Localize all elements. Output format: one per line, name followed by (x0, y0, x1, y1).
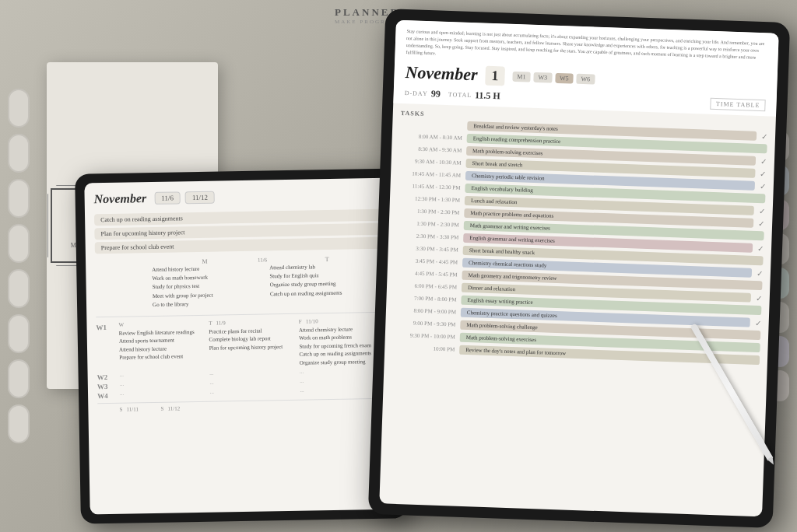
weekly-month: November (94, 191, 147, 206)
week-range-pills: 11/6 11/12 (154, 191, 215, 205)
w3-label: W3 (97, 383, 117, 390)
check-3: ✓ (760, 170, 766, 178)
weekly-tasks-section: Catch up on reading assignments Plan for… (94, 209, 384, 254)
w2-label: W2 (97, 373, 117, 381)
weekly-screen: November 11/6 11/12 Catch up on reading … (84, 178, 398, 515)
time-5: 10:45 AM - 11:45 AM (398, 170, 461, 179)
bottom-dates: S 11/11 S 11/12 (97, 398, 387, 413)
time-10: 2:30 PM - 3:30 PM (396, 233, 458, 241)
grid-col-t: Attend chemistry lab Study for English q… (269, 262, 385, 308)
day-of-week-pills: M1 W3 W5 W6 (512, 71, 595, 84)
grid-col-empty (95, 266, 150, 310)
time-12: 3:45 PM - 4:45 PM (395, 257, 458, 266)
time-18: 9:30 PM - 10:00 PM (393, 332, 455, 341)
total-label: TOTAL (448, 91, 472, 99)
daily-screen: Stay curious and open-minded; learning i… (379, 20, 778, 517)
dday-stat: D-DAY 99 (404, 87, 441, 100)
weekly-task-3: Prepare for school club event (95, 237, 384, 254)
grid-items: Attend history lecture Work on math home… (95, 262, 385, 310)
tablet-weekly: November 11/6 11/12 Catch up on reading … (75, 168, 408, 523)
week1-grid: W1 W Review English literature readings … (96, 317, 386, 371)
total-stat: TOTAL 11.5 H (448, 89, 500, 102)
time-15: 7:00 PM - 8:00 PM (394, 295, 456, 303)
day-pill-m1: M1 (512, 71, 531, 82)
daily-quote-text: Stay curious and open-minded; learning i… (406, 28, 767, 68)
check-7: ✓ (759, 207, 765, 215)
time-13: 4:45 PM - 5:45 PM (395, 270, 458, 278)
check-14: ✓ (756, 293, 762, 302)
time-9: 1:30 PM - 2:30 PM (397, 220, 459, 229)
w1-tuesday: T 11/9 Practice plans for recital Comple… (209, 319, 297, 369)
grid-col-m: Attend history lecture Work on math home… (152, 264, 268, 310)
daily-day-number: 1 (485, 65, 505, 86)
week-start-pill: 11/6 (154, 191, 181, 205)
daily-month: November (405, 62, 478, 85)
daily-header: Stay curious and open-minded; learning i… (393, 20, 778, 117)
time-11: 3:30 PM - 3:45 PM (396, 245, 458, 254)
day-pill-w6: W6 (576, 73, 595, 84)
dday-label: D-DAY (405, 89, 428, 97)
week-end-pill: 11/12 (185, 191, 215, 205)
rings-decoration (0, 81, 37, 451)
weekly-header: November 11/6 11/12 (94, 187, 384, 206)
check-12: ✓ (757, 268, 763, 277)
ring-8 (8, 404, 30, 443)
day-pill-w3: W3 (533, 72, 552, 82)
check-0: ✓ (761, 132, 767, 141)
ring-5 (8, 269, 30, 308)
daily-schedule-body: TASKS Breakfast and review yesterday's n… (379, 103, 776, 517)
ring-2 (8, 134, 30, 173)
time-8: 1:30 PM - 2:30 PM (397, 208, 459, 216)
time-19: 10:00 PM (392, 345, 455, 353)
time-0 (400, 124, 462, 126)
time-3: 9:30 AM - 10:30 AM (399, 158, 462, 166)
week1-section: W1 W Review English literature readings … (96, 312, 386, 371)
check-5: ✓ (760, 182, 766, 191)
w4-label: W4 (97, 392, 117, 400)
time-14: 6:00 PM - 6:45 PM (395, 282, 457, 291)
total-value: 11.5 H (475, 89, 500, 102)
time-6: 11:45 AM - 12:30 PM (398, 183, 460, 191)
check-16: ✓ (755, 318, 761, 327)
check-8: ✓ (758, 219, 764, 228)
ring-1 (8, 89, 30, 128)
check-10: ✓ (757, 243, 764, 252)
tablet-daily: Stay curious and open-minded; learning i… (368, 9, 790, 528)
time-2: 8:30 AM - 9:30 AM (399, 145, 462, 154)
time-16: 8:00 PM - 9:00 PM (394, 307, 456, 316)
w1-label: W1 (96, 322, 116, 371)
ring-3 (8, 179, 30, 218)
time-1: 8:00 AM - 8:30 AM (400, 133, 462, 142)
dday-value: 99 (430, 88, 441, 100)
time-7: 12:30 PM - 1:30 PM (398, 195, 460, 204)
time-table-label: TIME TABLE (711, 98, 766, 111)
time-17: 9:00 PM - 9:30 PM (393, 320, 455, 328)
ring-7 (8, 359, 30, 398)
ring-6 (8, 314, 30, 353)
ring-4 (8, 224, 30, 263)
w1-monday: W Review English literature readings Att… (118, 320, 206, 370)
check-2: ✓ (760, 157, 767, 166)
day-pill-w5: W5 (555, 72, 574, 83)
